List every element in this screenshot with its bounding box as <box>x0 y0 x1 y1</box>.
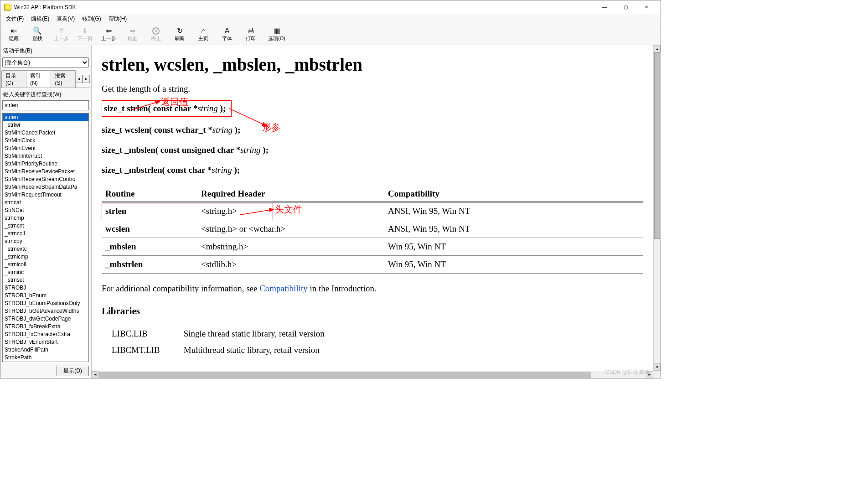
tb-next-button[interactable]: ⇩下一页 <box>73 25 96 44</box>
cell-compat: ANSI, Win 95, Win NT <box>384 202 643 220</box>
list-item[interactable]: _strnicmp <box>3 253 88 261</box>
options-icon: ▥ <box>274 27 280 35</box>
list-item[interactable]: strlen <box>3 114 88 121</box>
page-title: strlen, wcslen, _mbslen, _mbstrlen <box>102 54 643 75</box>
scroll-thumb-h[interactable] <box>99 372 591 378</box>
menu-view[interactable]: 查看(V) <box>53 14 78 24</box>
lib-name: LIBCMT.LIB <box>103 342 174 358</box>
list-item[interactable]: strncmp <box>3 214 88 222</box>
show-button[interactable]: 显示(D) <box>57 366 89 376</box>
list-item[interactable]: StrokeAndFillPath <box>3 346 88 354</box>
index-list[interactable]: strlen_strlwrStrMiniCancelPacketStrMiniC… <box>2 113 89 362</box>
list-item[interactable]: StrMiniClock <box>3 137 88 145</box>
list-item[interactable]: STROBJ_bEnumPositionsOnly <box>3 300 88 307</box>
list-item[interactable]: STROBJ_bGetAdvanceWidths <box>3 307 88 315</box>
scroll-thumb-v[interactable] <box>654 52 660 239</box>
list-item[interactable]: STROBJ_fxBreakExtra <box>3 323 88 331</box>
compat-link[interactable]: Compatibility <box>259 284 308 293</box>
list-item[interactable]: StrMiniReceiveDevicePacket <box>3 168 88 176</box>
cell-compat: ANSI, Win 95, Win NT <box>384 220 643 238</box>
annot-param: 形参 <box>262 121 280 134</box>
cell-header: <string.h> or <wchar.h> <box>197 220 384 238</box>
tb-prev-button[interactable]: ⇧上一步 <box>50 25 72 44</box>
watermark: CSDN @白朝鑫kk <box>605 368 650 376</box>
scroll-down-icon[interactable]: ▼ <box>654 363 661 371</box>
compat-info: For additional compatibility information… <box>102 284 643 294</box>
libs-heading: Libraries <box>102 306 643 317</box>
tb-hide-button[interactable]: ⇤隐藏 <box>2 25 25 44</box>
tb-find-button[interactable]: 🔍查找 <box>26 25 49 44</box>
menu-go[interactable]: 转到(G) <box>78 14 104 24</box>
list-item[interactable]: StrMiniInterrupt <box>3 152 88 160</box>
subset-label: 活动子集(B) <box>0 45 91 57</box>
horizontal-scrollbar[interactable]: ◄ ► <box>92 371 653 378</box>
back-arrow-icon: ⇐ <box>106 27 112 35</box>
app-icon <box>4 4 11 11</box>
minimize-button[interactable]: — <box>594 1 615 14</box>
red-highlight-row1 <box>102 203 273 220</box>
tab-scroll-right[interactable]: ► <box>83 75 90 83</box>
tab-contents[interactable]: 目录(C) <box>1 70 26 88</box>
close-button[interactable]: ✕ <box>636 1 657 14</box>
tb-refresh-button[interactable]: ↻刷新 <box>168 25 191 44</box>
libs-table: LIBC.LIBSingle thread static library, re… <box>102 325 339 359</box>
cell-routine: wcslen <box>102 220 197 238</box>
tb-back-button[interactable]: ⇐上一步 <box>97 25 120 44</box>
list-item[interactable]: STROBJ <box>3 284 88 292</box>
font-icon: A <box>225 27 230 35</box>
list-item[interactable]: strncpy <box>3 238 88 245</box>
list-item[interactable]: _strnextc <box>3 245 88 253</box>
scroll-left-icon[interactable]: ◄ <box>92 371 99 378</box>
list-item[interactable]: strncat <box>3 199 88 207</box>
tab-search[interactable]: 搜索(S) <box>51 70 76 88</box>
vertical-scrollbar[interactable]: ▲ ▼ <box>653 45 661 371</box>
list-item[interactable]: StrMiniPriorityRoutine <box>3 160 88 168</box>
list-item[interactable]: STROBJ_fxCharacterExtra <box>3 331 88 338</box>
tb-stop-button[interactable]: ✕停止 <box>145 25 167 44</box>
doc-content: strlen, wcslen, _mbslen, _mbstrlen Get t… <box>92 45 653 371</box>
sig-mbslen: size_t _mbslen( const unsigned char *str… <box>102 145 643 155</box>
list-item[interactable]: StrMiniCancelPacket <box>3 129 88 137</box>
scroll-up-icon[interactable]: ▲ <box>654 45 661 52</box>
cell-header: <stdlib.h> <box>197 256 384 274</box>
maximize-button[interactable]: ▢ <box>615 1 636 14</box>
annot-return-value: 返回值 <box>161 96 188 108</box>
tb-home-button[interactable]: ⌂主页 <box>192 25 215 44</box>
list-item[interactable]: StrMiniReceiveStreamContro <box>3 176 88 183</box>
refresh-icon: ↻ <box>177 27 183 35</box>
list-item[interactable]: STROBJ_dwGetCodePage <box>3 315 88 323</box>
content-pane: strlen, wcslen, _mbslen, _mbstrlen Get t… <box>92 45 661 378</box>
menu-edit[interactable]: 编辑(E) <box>27 14 53 24</box>
list-item[interactable]: StrMiniReceiveStreamDataPa <box>3 183 88 191</box>
tb-forward-button[interactable]: ⇒前进 <box>121 25 144 44</box>
tb-font-button[interactable]: A字体 <box>216 25 238 44</box>
list-item[interactable]: StrMiniRequestTimeout <box>3 191 88 199</box>
menu-help[interactable]: 帮助(H) <box>105 14 131 24</box>
table-row: wcslen<string.h> or <wchar.h>ANSI, Win 9… <box>102 220 643 238</box>
list-item[interactable]: _strnicoll <box>3 261 88 269</box>
list-item[interactable]: STROBJ_bEnum <box>3 292 88 300</box>
tb-print-button[interactable]: 🖶打印 <box>239 25 262 44</box>
sig-mbstrlen: size_t _mbstrlen( const char *string ); <box>102 165 643 175</box>
list-item[interactable]: _strncnt <box>3 222 88 230</box>
list-item[interactable]: StrNCat <box>3 207 88 214</box>
tab-scroll-left[interactable]: ◄ <box>75 75 83 83</box>
menu-file[interactable]: 文件(F) <box>2 14 27 24</box>
window-title: Win32 API: Platform SDK <box>14 4 594 10</box>
keyword-label: 键入关键字进行查找(W): <box>0 88 91 99</box>
list-item[interactable]: _strncoll <box>3 230 88 238</box>
list-item[interactable]: StrokePath <box>3 354 88 362</box>
list-item[interactable]: _strlwr <box>3 121 88 129</box>
th-compat: Compatibility <box>384 186 643 202</box>
list-item[interactable]: StrMiniEvent <box>3 145 88 152</box>
list-item[interactable]: _strnset <box>3 276 88 284</box>
subset-select[interactable]: (整个集合) <box>2 57 89 67</box>
list-item[interactable]: _strninc <box>3 269 88 276</box>
tab-index[interactable]: 索引(N) <box>26 70 51 88</box>
list-item[interactable]: STROBJ_vEnumStart <box>3 338 88 346</box>
keyword-input[interactable] <box>2 100 89 110</box>
tb-options-button[interactable]: ▥选项(O) <box>263 25 290 44</box>
forward-arrow-icon: ⇒ <box>129 27 135 35</box>
list-item[interactable]: Strong lock <box>3 362 88 362</box>
lib-name: LIBC.LIB <box>103 326 174 342</box>
